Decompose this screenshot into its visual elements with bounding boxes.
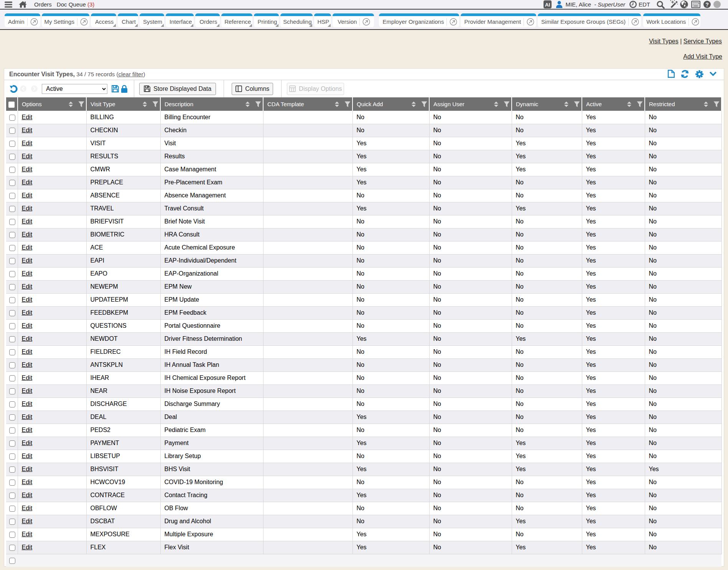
svg-text:?: ?: [705, 2, 709, 8]
svg-text:AI: AI: [545, 2, 550, 8]
